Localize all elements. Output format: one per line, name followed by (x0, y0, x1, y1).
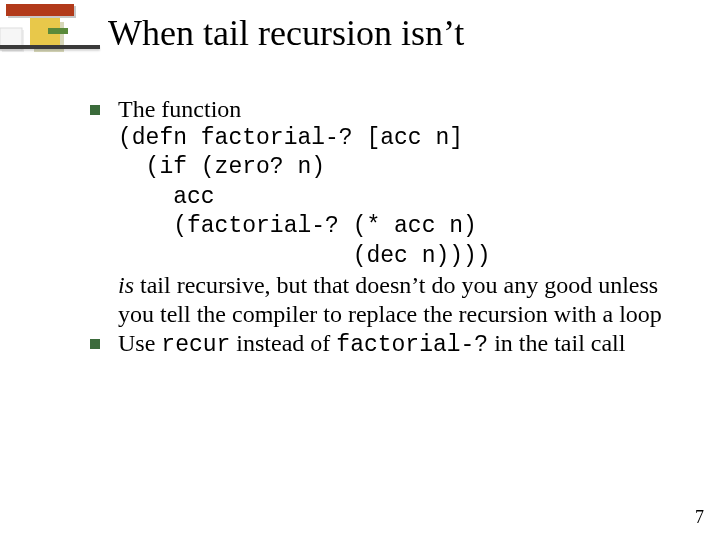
list-item: The function (defn factorial-? [acc n] (… (90, 95, 680, 329)
code-line: (dec n)))) (118, 242, 680, 271)
intro-text: The function (118, 96, 241, 122)
code-line: acc (118, 183, 680, 212)
page-number: 7 (695, 507, 704, 528)
code-line: (factorial-? (* acc n) (118, 212, 680, 241)
slide-title: When tail recursion isn’t (108, 12, 464, 54)
bullet-icon (90, 105, 100, 115)
emphasis: is (118, 272, 134, 298)
code-inline: recur (161, 332, 230, 358)
slide: When tail recursion isn’t The function (… (0, 0, 720, 540)
text-part: instead of (230, 330, 336, 356)
item-content: The function (defn factorial-? [acc n] (… (118, 95, 680, 329)
title-underline (0, 45, 100, 49)
text-part: Use (118, 330, 161, 356)
item-content: Use recur instead of factorial-? in the … (118, 329, 680, 360)
code-line: (if (zero? n) (118, 153, 680, 182)
slide-body: The function (defn factorial-? [acc n] (… (90, 95, 680, 359)
bullet-icon (90, 339, 100, 349)
trailing-text: tail recursive, but that doesn’t do you … (118, 272, 662, 327)
title-row: When tail recursion isn’t (0, 10, 720, 54)
code-inline: factorial-? (336, 332, 488, 358)
list-item: Use recur instead of factorial-? in the … (90, 329, 680, 360)
code-line: (defn factorial-? [acc n] (118, 124, 680, 153)
text-part: in the tail call (488, 330, 625, 356)
